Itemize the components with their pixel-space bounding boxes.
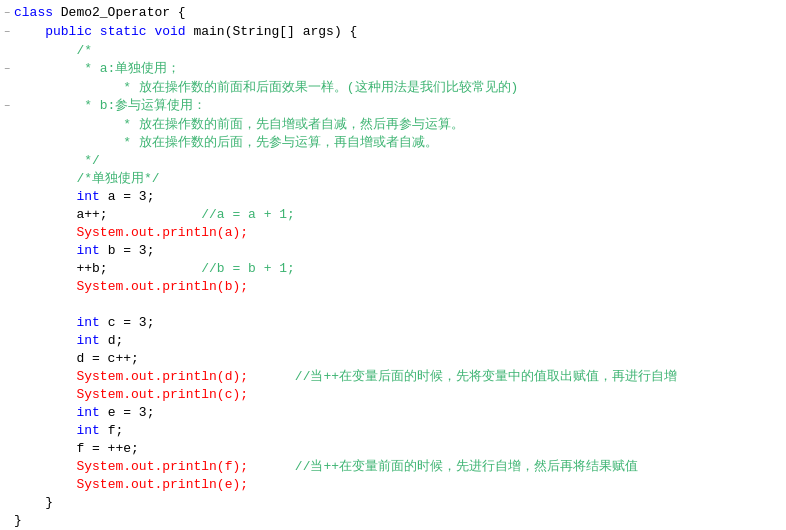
code-line: d = c++; <box>0 350 786 368</box>
code-editor: −class Demo2_Operator {− public static v… <box>0 0 786 530</box>
code-line: * 放在操作数的前面和后面效果一样。(这种用法是我们比较常见的) <box>0 79 786 97</box>
line-gutter: − <box>0 23 14 42</box>
line-code: /*单独使用*/ <box>14 170 786 188</box>
code-line: System.out.println(d); //当++在变量后面的时候，先将变… <box>0 368 786 386</box>
line-code: * 放在操作数的前面和后面效果一样。(这种用法是我们比较常见的) <box>14 79 786 97</box>
line-gutter: − <box>0 60 14 79</box>
line-gutter: − <box>0 4 14 23</box>
code-line: /*单独使用*/ <box>0 170 786 188</box>
code-line: * 放在操作数的前面，先自增或者自减，然后再参与运算。 <box>0 116 786 134</box>
code-line: System.out.println(c); <box>0 386 786 404</box>
line-code: } <box>14 494 786 512</box>
code-line: int f; <box>0 422 786 440</box>
code-line: */ <box>0 152 786 170</box>
code-line: int e = 3; <box>0 404 786 422</box>
line-code: int f; <box>14 422 786 440</box>
line-code: System.out.println(c); <box>14 386 786 404</box>
code-line: int a = 3; <box>0 188 786 206</box>
code-line: int c = 3; <box>0 314 786 332</box>
code-line: } <box>0 512 786 530</box>
code-line: ++b; //b = b + 1; <box>0 260 786 278</box>
line-code: System.out.println(d); //当++在变量后面的时候，先将变… <box>14 368 786 386</box>
code-line: * 放在操作数的后面，先参与运算，再自增或者自减。 <box>0 134 786 152</box>
code-line: /* <box>0 42 786 60</box>
line-code: System.out.println(e); <box>14 476 786 494</box>
line-code: int a = 3; <box>14 188 786 206</box>
line-code: class Demo2_Operator { <box>14 4 786 22</box>
line-code: d = c++; <box>14 350 786 368</box>
code-line: } <box>0 494 786 512</box>
line-code: ++b; //b = b + 1; <box>14 260 786 278</box>
line-code: f = ++e; <box>14 440 786 458</box>
line-code: } <box>14 512 786 530</box>
code-line: f = ++e; <box>0 440 786 458</box>
line-code: int c = 3; <box>14 314 786 332</box>
line-gutter: − <box>0 97 14 116</box>
code-line: int b = 3; <box>0 242 786 260</box>
code-line: − * b:参与运算使用： <box>0 97 786 116</box>
code-line: − public static void main(String[] args)… <box>0 23 786 42</box>
line-code: * b:参与运算使用： <box>14 97 786 115</box>
line-code: public static void main(String[] args) { <box>14 23 786 41</box>
code-line: System.out.println(b); <box>0 278 786 296</box>
line-code: * a:单独使用； <box>14 60 786 78</box>
line-code: * 放在操作数的前面，先自增或者自减，然后再参与运算。 <box>14 116 786 134</box>
line-code: /* <box>14 42 786 60</box>
line-code: System.out.println(a); <box>14 224 786 242</box>
code-line <box>0 296 786 314</box>
code-line: −class Demo2_Operator { <box>0 4 786 23</box>
line-code: a++; //a = a + 1; <box>14 206 786 224</box>
code-line: int d; <box>0 332 786 350</box>
line-code: int e = 3; <box>14 404 786 422</box>
code-line: a++; //a = a + 1; <box>0 206 786 224</box>
line-code: int d; <box>14 332 786 350</box>
line-code: */ <box>14 152 786 170</box>
line-code: int b = 3; <box>14 242 786 260</box>
line-code: System.out.println(f); //当++在变量前面的时候，先进行… <box>14 458 786 476</box>
code-line: System.out.println(f); //当++在变量前面的时候，先进行… <box>0 458 786 476</box>
code-line: − * a:单独使用； <box>0 60 786 79</box>
code-line: System.out.println(e); <box>0 476 786 494</box>
line-code: System.out.println(b); <box>14 278 786 296</box>
line-code: * 放在操作数的后面，先参与运算，再自增或者自减。 <box>14 134 786 152</box>
code-line: System.out.println(a); <box>0 224 786 242</box>
